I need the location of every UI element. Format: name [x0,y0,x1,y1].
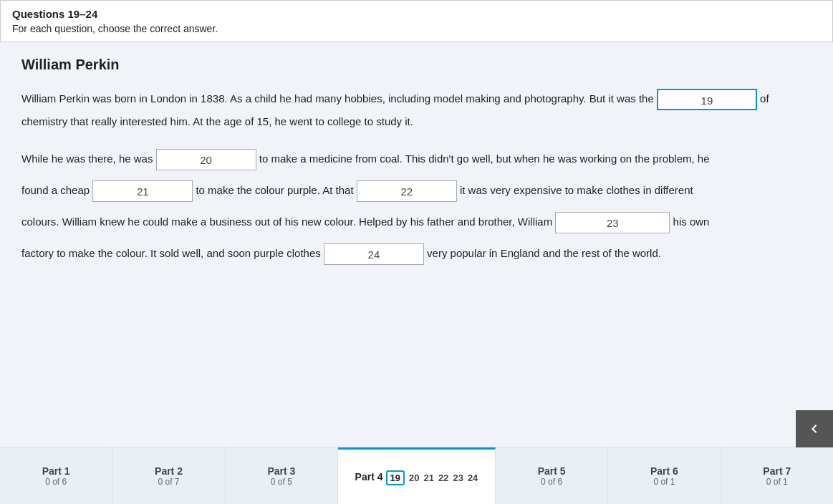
back-arrow-icon [806,420,823,437]
nav-part-2-sub: 0 of 7 [158,477,180,487]
p3-after: it was very expensive to make clothes in… [460,184,693,196]
nav-part-4-top-row: Part 4 19 20 21 22 23 24 [355,469,478,485]
nav-part-5-sub: 0 of 6 [541,477,562,487]
instructions-title: Questions 19–24 [12,8,821,20]
blank-22[interactable]: 22 [357,180,457,202]
paragraph-5: factory to make the colour. It sold well… [21,242,812,265]
q-num-21[interactable]: 21 [423,472,433,483]
p2-before: While he was there, he was [21,152,153,165]
nav-part-4-content: Part 4 19 20 21 22 23 24 [338,450,495,504]
paragraph-2: While he was there, he was 20 to make a … [21,147,812,170]
p3-middle: to make the colour purple. At that [196,184,353,196]
nav-part-1[interactable]: Part 1 0 of 6 [0,447,112,504]
nav-part-6[interactable]: Part 6 0 of 1 [608,447,721,504]
blank-21[interactable]: 21 [92,180,193,202]
p4-before: colours. William knew he could make a bu… [21,215,552,228]
q-num-22[interactable]: 22 [438,472,448,483]
p1-before: William Perkin was born in London in 183… [21,92,654,105]
article-area: William Perkin William Perkin was born i… [0,57,833,265]
blank-20[interactable]: 20 [156,149,256,170]
nav-part-1-sub: 0 of 6 [45,477,67,487]
instructions-box: Questions 19–24 For each question, choos… [0,0,833,42]
nav-part-5-label: Part 5 [538,465,566,477]
q-num-23[interactable]: 23 [453,472,463,483]
nav-part-5[interactable]: Part 5 0 of 6 [496,447,608,504]
p2-after: to make a medicine from coal. This didn'… [259,152,710,165]
nav-part-4-label: Part 4 [355,471,383,483]
nav-part-1-label: Part 1 [42,465,70,477]
nav-part-3-sub: 0 of 5 [271,477,292,487]
main-content: Questions 19–24 For each question, choos… [0,0,833,447]
paragraph-1: William Perkin was born in London in 183… [21,87,812,133]
blank-23[interactable]: 23 [555,212,670,233]
nav-part-7-sub: 0 of 1 [766,477,788,487]
p3-before: found a cheap [21,184,90,196]
nav-part-7[interactable]: Part 7 0 of 1 [721,447,833,504]
instructions-subtitle: For each question, choose the correct an… [12,23,821,34]
blank-24[interactable]: 24 [324,243,424,265]
question-numbers: 19 20 21 22 23 24 [386,470,478,485]
nav-part-2[interactable]: Part 2 0 of 7 [112,447,225,504]
nav-part-3[interactable]: Part 3 0 of 5 [226,447,338,504]
nav-part-3-label: Part 3 [267,465,295,477]
back-arrow-button[interactable] [796,410,833,447]
p4-after: his own [673,215,710,228]
q-num-20[interactable]: 20 [409,472,419,483]
nav-part-6-label: Part 6 [650,465,678,477]
p5-after: very popular in England and the rest of … [427,247,661,259]
paragraph-3: found a cheap 21 to make the colour purp… [21,179,812,202]
passage: William Perkin was born in London in 183… [21,87,812,265]
article-title: William Perkin [21,57,812,73]
q-num-24[interactable]: 24 [468,472,478,483]
q-num-19[interactable]: 19 [386,470,405,485]
paragraph-4: colours. William knew he could make a bu… [21,210,812,233]
nav-part-4[interactable]: Part 4 19 20 21 22 23 24 [338,447,496,504]
bottom-nav: Part 1 0 of 6 Part 2 0 of 7 Part 3 0 of … [0,447,833,504]
nav-part-2-label: Part 2 [155,465,183,477]
p5-before: factory to make the colour. It sold well… [21,247,321,259]
nav-part-7-label: Part 7 [763,465,791,477]
nav-part-6-sub: 0 of 1 [653,477,675,487]
blank-19[interactable]: 19 [657,89,757,110]
